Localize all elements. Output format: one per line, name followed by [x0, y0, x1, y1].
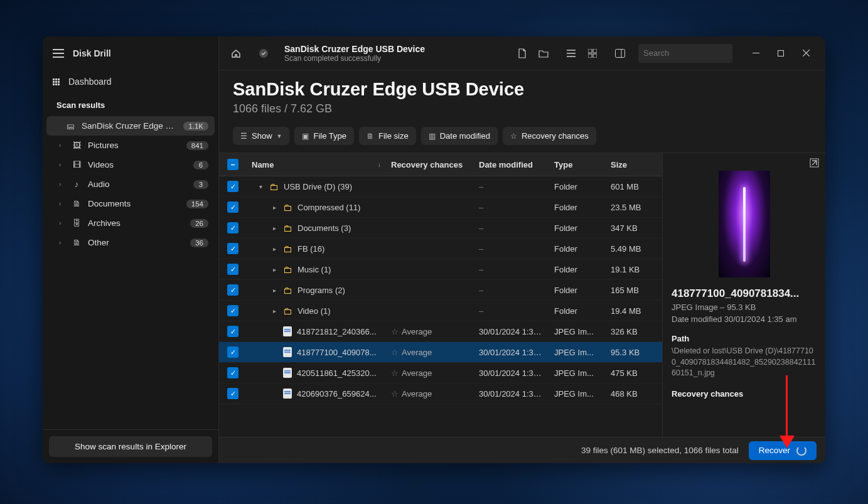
recovery-value: Average [402, 368, 432, 378]
sidebar-item[interactable]: ›🎞Videos6 [46, 155, 215, 174]
row-checkbox[interactable]: ✓ [227, 222, 238, 233]
recover-label: Recover [759, 446, 790, 455]
size-value: 475 KB [606, 368, 662, 378]
table-row[interactable]: ✓418721812_240366...☆Average30/01/2024 1… [219, 321, 662, 342]
recovery-chances-filter-button[interactable]: ☆ Recovery chances [503, 127, 596, 145]
row-expander[interactable]: ▸ [271, 308, 278, 314]
sidebar-tree: 🖴SanDisk Cruzer Edge US...1.1K›🖼Pictures… [43, 116, 218, 429]
table-row[interactable]: ✓420511861_425320...☆Average30/01/2024 1… [219, 363, 662, 383]
folder-icon: 🗀 [283, 202, 292, 213]
chevron-right-icon: › [59, 200, 65, 207]
table-row[interactable]: ✓▸🗀Documents (3)–Folder347 KB [219, 218, 662, 239]
table-row[interactable]: ✓▸🗀Compressed (11)–Folder23.5 MB [219, 197, 662, 218]
svg-rect-3 [588, 54, 592, 58]
row-expander[interactable]: ▸ [271, 204, 278, 211]
row-expander[interactable]: ▸ [271, 287, 278, 294]
file-name: Documents (3) [297, 223, 351, 233]
file-name: FB (16) [297, 244, 324, 254]
size-value: 19.4 MB [606, 306, 662, 316]
file-name: 418721812_240366... [297, 327, 377, 336]
sidebar-item[interactable]: ›🗎Other36 [46, 233, 215, 252]
header-checkbox-icon: – [227, 159, 238, 170]
maximize-button[interactable] [769, 44, 793, 63]
search-box[interactable] [638, 44, 732, 63]
table-body[interactable]: ✓▾🗀USB Drive (D) (39)–Folder601 MB✓▸🗀Com… [219, 176, 662, 437]
row-checkbox[interactable]: ✓ [227, 284, 238, 296]
table-row[interactable]: ✓▾🗀USB Drive (D) (39)–Folder601 MB [219, 176, 662, 197]
preview-type-size: JPEG Image – 95.3 KB [672, 303, 817, 312]
table-row[interactable]: ✓▸🗀FB (16)–Folder5.49 MB [219, 239, 662, 259]
preview-pane-toggle[interactable] [611, 44, 630, 63]
grid-view-button[interactable] [583, 44, 602, 63]
pane-icon [615, 49, 625, 58]
column-type[interactable]: Type [549, 153, 606, 176]
row-expander[interactable]: ▸ [271, 245, 278, 252]
row-expander[interactable]: ▸ [271, 225, 278, 232]
type-value: JPEG Im... [549, 389, 606, 399]
star-icon: ☆ [510, 132, 517, 141]
category-icon: 🗎 [72, 238, 82, 247]
svg-rect-5 [616, 49, 625, 57]
folder-icon: 🗀 [283, 306, 292, 316]
sidebar-item[interactable]: ›♪Audio3 [46, 174, 215, 194]
minimize-button[interactable] [744, 44, 768, 63]
show-in-explorer-button[interactable]: Show scan results in Explorer [49, 436, 212, 457]
table-row[interactable]: ✓▸🗀Programs (2)–Folder165 MB [219, 280, 662, 301]
date-modified-label: Date modified [440, 131, 490, 141]
column-size[interactable]: Size [606, 153, 662, 176]
chevron-down-icon: ▼ [277, 133, 282, 139]
size-value: 5.49 MB [606, 244, 662, 254]
type-value: Folder [549, 182, 606, 191]
folder-view-button[interactable] [534, 44, 553, 63]
table-row[interactable]: ✓▸🗀Music (1)–Folder19.1 KB [219, 259, 662, 280]
column-name[interactable]: Name↓ [247, 153, 386, 176]
file-name: Video (1) [297, 306, 331, 316]
file-size-label: File size [378, 131, 409, 141]
recover-button[interactable]: Recover [749, 441, 817, 460]
list-view-button[interactable] [562, 44, 581, 63]
table-row[interactable]: ✓420690376_659624...☆Average30/01/2024 1… [219, 383, 662, 404]
date-value: – [479, 306, 483, 316]
sidebar-item-count: 154 [186, 200, 208, 208]
device-status: Scan completed successfully [284, 54, 425, 63]
table-row[interactable]: ✓418777100_409078...☆Average30/01/2024 1… [219, 342, 662, 363]
column-date[interactable]: Date modified [474, 153, 549, 176]
row-checkbox[interactable]: ✓ [227, 367, 238, 378]
hamburger-menu-button[interactable] [53, 49, 64, 58]
sidebar-item[interactable]: ›🖼Pictures841 [46, 136, 215, 155]
table-row[interactable]: ✓▸🗀Video (1)–Folder19.4 MB [219, 301, 662, 321]
filter-icon: ☰ [240, 132, 247, 141]
show-filter-button[interactable]: ☰ Show ▼ [233, 127, 289, 145]
row-expander[interactable]: ▸ [271, 266, 278, 273]
header-checkbox-cell[interactable]: – [219, 153, 247, 176]
sidebar-item[interactable]: ›🗎Documents154 [46, 194, 215, 213]
row-checkbox[interactable]: ✓ [227, 264, 238, 275]
row-checkbox[interactable]: ✓ [227, 181, 238, 192]
row-expander[interactable]: ▾ [257, 183, 264, 190]
row-checkbox[interactable]: ✓ [227, 243, 238, 254]
row-checkbox[interactable]: ✓ [227, 305, 238, 316]
folder-icon: 🗀 [269, 181, 279, 192]
recovery-value: Average [402, 327, 432, 336]
preview-path-label: Path [672, 334, 817, 343]
column-recovery[interactable]: Recovery chances [386, 153, 474, 176]
row-checkbox[interactable]: ✓ [227, 388, 238, 399]
home-button[interactable] [227, 44, 245, 63]
row-checkbox[interactable]: ✓ [227, 346, 238, 358]
date-value: 30/01/2024 1:36... [479, 327, 545, 336]
close-button[interactable] [794, 44, 818, 63]
date-modified-filter-button[interactable]: ▥ Date modified [421, 127, 498, 145]
sidebar-item-count: 6 [193, 161, 208, 169]
search-input[interactable] [643, 48, 749, 58]
sidebar-item[interactable]: 🖴SanDisk Cruzer Edge US...1.1K [46, 116, 215, 136]
row-checkbox[interactable]: ✓ [227, 201, 238, 213]
dashboard-nav-item[interactable]: Dashboard [43, 70, 218, 93]
sidebar-item[interactable]: ›🗄Archives26 [46, 213, 215, 233]
row-checkbox[interactable]: ✓ [227, 326, 238, 337]
popout-button[interactable] [810, 158, 819, 169]
chevron-right-icon: › [59, 239, 65, 246]
file-size-filter-button[interactable]: 🗎 File size [359, 127, 416, 145]
file-view-button[interactable] [513, 44, 532, 63]
sidebar-item-label: Archives [88, 218, 184, 228]
file-type-filter-button[interactable]: ▣ File Type [294, 127, 354, 145]
